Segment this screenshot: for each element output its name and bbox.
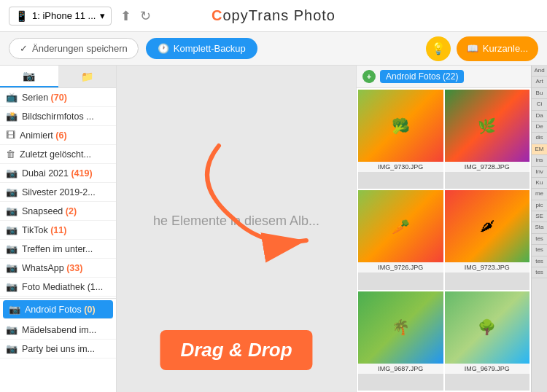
far-right-item-11[interactable]: me [532,189,547,200]
tiktok-label: TikTok (11) [22,225,110,235]
far-right-item-14[interactable]: Sta [532,222,547,233]
snapseed-label: Snapseed (2) [22,206,110,216]
animiert-label: Animiert (6) [20,130,110,141]
tiktok-icon: 📷 [6,224,18,235]
far-right-item-15[interactable]: tes [532,234,547,245]
bildschirmfotos-label: Bildschirmfotos ... [22,111,110,122]
far-right-item-0[interactable]: And [532,66,547,77]
kurzanleitung-button[interactable]: 📖 Kurzanle... [457,36,538,61]
far-right-item-2[interactable]: Bu [532,88,547,99]
photo-cell-img9679[interactable]: 🌳 IMG_9679.JPG [445,291,530,391]
upload-icon[interactable]: ⬆ [120,8,131,24]
far-right-item-12[interactable]: pic [532,200,547,211]
right-photo-panel: + Android Fotos (22) 🥦 IMG_9730.JPG 🌿 IM… [356,66,531,392]
treffen-icon: 📷 [6,243,18,254]
zuletzt-icon: 🗑 [6,149,15,160]
app-header: 📱 1: iPhone 11 ... ▾ ⬆ ↻ CopyTrans Photo [0,0,547,32]
serien-label: Serien (70) [22,93,110,103]
album-tab[interactable]: Android Fotos (22) [380,70,464,83]
maedelsabend-icon: 📷 [6,324,18,335]
sidebar-item-whatsapp[interactable]: 📷 WhatsApp (33) [0,259,116,278]
sidebar-item-animiert[interactable]: 🎞 Animiert (6) [0,126,116,145]
book-icon: 📖 [467,43,478,54]
photo-label-img9728: IMG_9728.JPG [445,162,530,172]
photo-image-img9726: 🥕 [358,190,443,262]
far-right-item-16[interactable]: tes [532,245,547,256]
photo-cell-img9723[interactable]: 🌶 IMG_9723.JPG [445,190,530,289]
title-c: C [212,7,222,23]
photo-grid: 🥦 IMG_9730.JPG 🌿 IMG_9728.JPG 🥕 IMG_9726… [357,88,531,392]
toolbar: ✓ Änderungen speichern 🕐 Komplett-Backup… [0,32,547,66]
photo-label-img9730: IMG_9730.JPG [358,162,443,172]
center-content: he Elemente in diesem Alb... Drag & Drop [117,66,356,392]
far-right-item-4[interactable]: Da [532,111,547,122]
far-right-item-13[interactable]: SE [532,211,547,222]
far-right-item-6[interactable]: dis [532,133,547,144]
photo-image-img9679: 🌳 [445,291,530,364]
main-layout: 📷 📁 📺 Serien (70) 📸 Bildschirmfotos ... … [0,66,547,392]
far-right-item-7[interactable]: EM [532,144,547,155]
save-label: Änderungen speichern [32,43,128,54]
snapseed-icon: 📷 [6,205,18,216]
sidebar-item-maedelsabend[interactable]: 📷 Mädelsabend im... [0,321,116,340]
sidebar-item-snapseed[interactable]: 📷 Snapseed (2) [0,202,116,221]
dubai-label: Dubai 2021 (419) [22,168,110,179]
tab-albums[interactable]: 📁 [58,66,117,87]
backup-button[interactable]: 🕐 Komplett-Backup [146,38,257,59]
sidebar-item-android_fotos[interactable]: 📷 Android Fotos (0) [3,300,113,319]
phone-icon: 📱 [15,10,28,22]
party-label: Party bei uns im... [22,344,110,354]
title-rest: opyTrans Photo [223,7,335,23]
animiert-icon: 🎞 [6,130,15,141]
far-right-item-8[interactable]: ins [532,155,547,166]
sidebar-item-silvester[interactable]: 📷 Silvester 2019-2... [0,183,116,202]
photo-cell-img9687[interactable]: 🌴 IMG_9687.JPG [358,291,443,391]
sidebar-item-tiktok[interactable]: 📷 TikTok (11) [0,221,116,240]
bildschirmfotos-icon: 📸 [6,111,18,122]
photo-image-img9723: 🌶 [445,190,530,262]
sidebar-tabs: 📷 📁 [0,66,116,88]
refresh-icon[interactable]: ↻ [140,8,151,24]
far-right-item-18[interactable]: tes [532,267,547,278]
photo-cell-img9730[interactable]: 🥦 IMG_9730.JPG [358,90,443,189]
serien-icon: 📺 [6,92,18,103]
tab-photos[interactable]: 📷 [0,66,58,87]
far-right-item-3[interactable]: Ci [532,99,547,110]
sidebar-items: 📺 Serien (70) 📸 Bildschirmfotos ... 🎞 An… [0,88,116,358]
kurzanleitung-label: Kurzanle... [483,43,528,54]
sidebar-item-treffen[interactable]: 📷 Treffen im unter... [0,240,116,259]
mediathek-icon: 📷 [6,281,18,292]
save-button[interactable]: ✓ Änderungen speichern [9,38,139,59]
far-right-item-17[interactable]: tes [532,256,547,267]
far-right-item-9[interactable]: Inv [532,167,547,178]
sidebar-item-zuletzt[interactable]: 🗑 Zuletzt gelöscht... [0,145,116,164]
tip-button[interactable]: 💡 [426,36,451,61]
sidebar-item-mediathek[interactable]: 📷 Foto Mediathek (1... [0,278,116,297]
sidebar-item-party[interactable]: 📷 Party bei uns im... [0,340,116,358]
sidebar-item-serien[interactable]: 📺 Serien (70) [0,88,116,107]
chevron-down-icon: ▾ [100,10,105,21]
far-right-items: AndArtBuCiDaDedisEMinsInvKumepicSEStates… [532,66,547,278]
sidebar-item-bildschirmfotos[interactable]: 📸 Bildschirmfotos ... [0,107,116,126]
sidebar: 📷 📁 📺 Serien (70) 📸 Bildschirmfotos ... … [0,66,117,392]
device-name: 1: iPhone 11 ... [32,10,96,21]
photo-label-img9723: IMG_9723.JPG [445,262,530,273]
far-right-item-5[interactable]: De [532,122,547,133]
zuletzt-label: Zuletzt gelöscht... [20,149,110,160]
silvester-icon: 📷 [6,187,18,197]
far-right-item-1[interactable]: Art [532,77,547,87]
photo-label-img9687: IMG_9687.JPG [358,364,443,374]
far-right-panel: AndArtBuCiDaDedisEMinsInvKumepicSEStates… [531,66,547,392]
dubai-icon: 📷 [6,168,18,179]
photo-cell-img9728[interactable]: 🌿 IMG_9728.JPG [445,90,530,189]
drag-drop-arrow [175,124,335,270]
photo-cell-img9726[interactable]: 🥕 IMG_9726.JPG [358,190,443,289]
sidebar-item-dubai[interactable]: 📷 Dubai 2021 (419) [0,164,116,183]
far-right-item-10[interactable]: Ku [532,178,547,189]
drag-drop-banner: Drag & Drop [160,330,312,370]
silvester-label: Silvester 2019-2... [22,187,110,197]
mediathek-label: Foto Mediathek (1... [22,282,110,292]
add-album-button[interactable]: + [362,70,376,83]
device-selector[interactable]: 📱 1: iPhone 11 ... ▾ [9,7,112,26]
center-panel: he Elemente in diesem Alb... Drag & Drop [117,66,356,392]
